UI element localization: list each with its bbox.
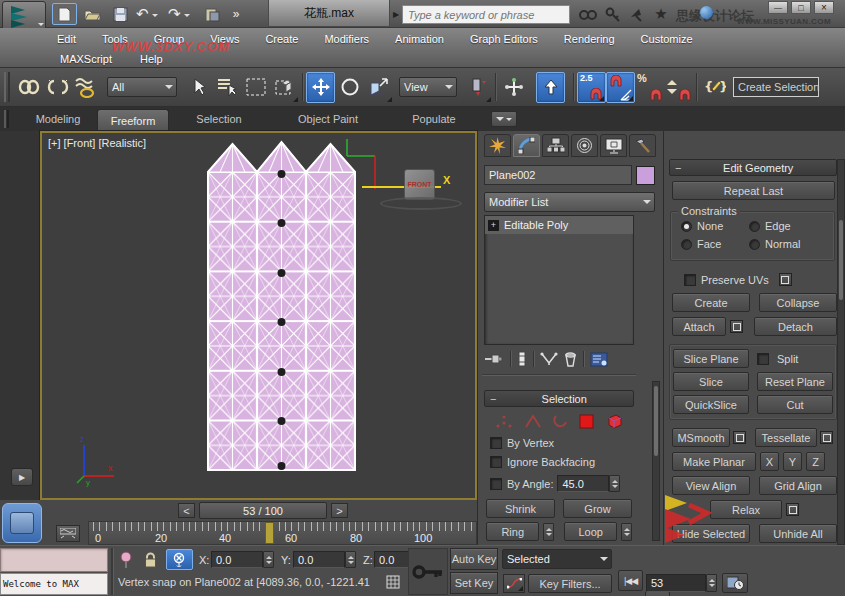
ring-spinner[interactable]	[543, 523, 554, 541]
ribbon-tab-modeling[interactable]: Modeling	[19, 107, 97, 131]
menu-edit[interactable]: Edit	[57, 33, 76, 45]
constraint-normal-radio[interactable]	[749, 239, 760, 250]
key-filters-button[interactable]: Key Filters...	[528, 574, 612, 593]
edit-geometry-header[interactable]: − Edit Geometry	[669, 159, 837, 176]
edit-named-selection-sets-button[interactable]: {}	[700, 72, 729, 103]
object-name-field[interactable]: Plane002	[484, 165, 632, 185]
transform-type-in-toggle[interactable]	[166, 549, 193, 570]
open-mini-curve-editor-button[interactable]	[56, 525, 80, 542]
pin-stack-icon[interactable]	[484, 352, 504, 366]
repeat-last-button[interactable]: Repeat Last	[672, 181, 835, 200]
quickslice-button[interactable]: QuickSlice	[673, 395, 749, 414]
detach-button[interactable]: Detach	[754, 317, 837, 336]
cut-button[interactable]: Cut	[757, 395, 833, 414]
modify-panel-tab[interactable]	[513, 134, 540, 157]
element-subobject-icon[interactable]	[605, 413, 623, 429]
ribbon-tab-populate[interactable]: Populate	[387, 107, 481, 131]
time-ruler[interactable]: 0 20 40 60 80 100	[88, 521, 477, 545]
select-and-rotate-button[interactable]	[335, 72, 364, 103]
relax-settings-button[interactable]	[786, 503, 799, 516]
go-to-start-button[interactable]: |◀◀	[618, 570, 643, 591]
menu-maxscript[interactable]: MAXScript	[60, 53, 112, 65]
tessellate-settings-button[interactable]	[820, 431, 833, 444]
select-and-link-button[interactable]	[14, 72, 43, 103]
make-planar-z-button[interactable]: Z	[806, 452, 825, 471]
default-tangent-button[interactable]	[503, 574, 525, 593]
menu-modifiers[interactable]: Modifiers	[324, 33, 369, 45]
hierarchy-panel-tab[interactable]	[542, 134, 569, 157]
create-panel-tab[interactable]	[484, 134, 511, 157]
menu-create[interactable]: Create	[265, 33, 298, 45]
edit-geometry-scrollbar[interactable]	[837, 159, 845, 545]
collapse-button[interactable]: Collapse	[759, 293, 837, 312]
spinner-snap-toggle-button[interactable]	[664, 72, 693, 103]
split-checkbox[interactable]	[757, 353, 769, 365]
viewport-layout-tab-button[interactable]	[2, 503, 42, 543]
ignore-backfacing-checkbox[interactable]	[490, 456, 502, 468]
expand-side-panel-button[interactable]: ▶	[11, 468, 33, 486]
unlink-selection-button[interactable]	[43, 72, 72, 103]
remove-modifier-icon[interactable]	[564, 351, 577, 367]
ribbon-grip[interactable]	[4, 110, 9, 128]
help-satellite-icon[interactable]	[626, 5, 648, 25]
configure-modifier-sets-icon[interactable]	[590, 352, 608, 367]
constraint-edge-radio[interactable]	[749, 221, 760, 232]
frame-spinner[interactable]	[706, 574, 717, 592]
grid-align-button[interactable]: Grid Align	[759, 476, 837, 495]
ignore-backfacing-row[interactable]: Ignore Backfacing	[484, 449, 634, 468]
msmooth-button[interactable]: MSmooth	[672, 428, 730, 447]
panel-scrollbar[interactable]	[652, 381, 660, 541]
modifier-list-dropdown[interactable]: Modifier List	[484, 192, 655, 212]
make-planar-y-button[interactable]: Y	[783, 452, 802, 471]
attach-button[interactable]: Attach	[672, 317, 726, 336]
search-icon[interactable]	[576, 5, 600, 25]
select-and-scale-button[interactable]	[364, 72, 393, 103]
modifier-stack[interactable]: + Editable Poly	[484, 215, 634, 345]
next-frame-button[interactable]: >	[331, 503, 348, 518]
reference-coordinate-dropdown[interactable]: View	[399, 77, 457, 97]
toolbar-grip[interactable]	[4, 72, 10, 102]
select-and-move-button[interactable]	[306, 72, 335, 103]
preserve-uvs-checkbox[interactable]	[684, 274, 696, 286]
display-panel-tab[interactable]	[600, 134, 627, 157]
new-scene-button[interactable]	[52, 3, 77, 25]
slice-button[interactable]: Slice	[673, 372, 749, 391]
create-button[interactable]: Create	[672, 293, 750, 312]
grid-toggle-icon[interactable]	[384, 573, 402, 591]
by-angle-spinner[interactable]	[609, 475, 620, 492]
loop-button[interactable]: Loop	[564, 522, 617, 541]
minimize-button[interactable]: —	[768, 1, 788, 14]
polygon-subobject-icon[interactable]	[579, 414, 594, 429]
set-key-button[interactable]: Set Key	[450, 572, 498, 594]
open-file-button[interactable]	[80, 3, 105, 25]
menu-help[interactable]: Help	[140, 53, 163, 65]
vertex-subobject-icon[interactable]	[495, 414, 513, 429]
isolate-selection-toggle[interactable]	[118, 550, 134, 570]
reset-plane-button[interactable]: Reset Plane	[757, 372, 833, 391]
quick-access-overflow-button[interactable]: »	[228, 4, 244, 24]
current-frame-field[interactable]: 53	[646, 574, 706, 592]
unhide-all-button[interactable]: Unhide All	[759, 524, 837, 543]
select-by-name-button[interactable]	[212, 72, 241, 103]
create-key-button[interactable]	[408, 548, 448, 595]
keyboard-shortcut-override-toggle[interactable]	[536, 72, 565, 103]
object-color-swatch[interactable]	[636, 166, 655, 185]
viewcube-compass-ring[interactable]	[380, 197, 462, 210]
ribbon-tab-object-paint[interactable]: Object Paint	[269, 107, 387, 131]
stack-item-editable-poly[interactable]: + Editable Poly	[485, 216, 633, 234]
viewport-front[interactable]: [+] [Front] [Realistic]	[40, 131, 477, 500]
panel-scrollbar-thumb[interactable]	[654, 386, 658, 456]
x-coord-field[interactable]: 0.0	[211, 551, 263, 568]
by-angle-checkbox[interactable]	[490, 478, 502, 490]
make-planar-x-button[interactable]: X	[760, 452, 779, 471]
close-button[interactable]: ×	[814, 1, 834, 14]
make-unique-icon[interactable]	[540, 352, 558, 366]
auto-key-button[interactable]: Auto Key	[450, 548, 498, 570]
msmooth-settings-button[interactable]	[733, 431, 746, 444]
communication-key-icon[interactable]	[602, 5, 624, 25]
border-subobject-icon[interactable]	[552, 414, 568, 429]
prev-frame-button[interactable]: <	[178, 503, 195, 518]
by-vertex-row[interactable]: By Vertex	[484, 431, 634, 449]
use-pivot-point-center-button[interactable]	[463, 72, 492, 103]
make-planar-button[interactable]: Make Planar	[672, 452, 756, 471]
